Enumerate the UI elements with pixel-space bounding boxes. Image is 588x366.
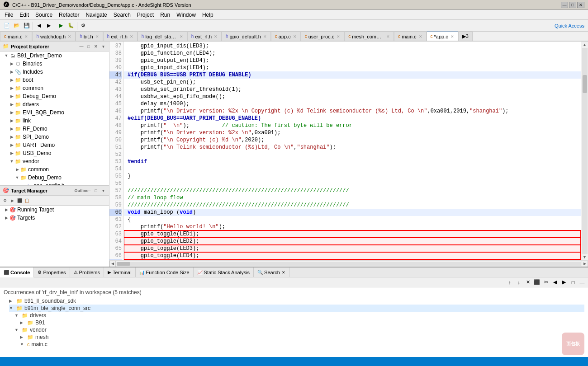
tab-main-c-1[interactable]: c main.c ✕ bbox=[0, 32, 32, 41]
tree-item-boot[interactable]: ▶ 📁 boot bbox=[0, 76, 109, 84]
scroll-down-btn[interactable]: ▼ bbox=[582, 254, 588, 260]
tree-item-spi-demo[interactable]: ▶ 📁 SPI_Demo bbox=[0, 133, 109, 141]
tab-close-5[interactable]: ✕ bbox=[180, 34, 183, 39]
menu-edit[interactable]: Edit bbox=[17, 11, 32, 19]
tab-app-c-1[interactable]: c app.c ✕ bbox=[271, 32, 301, 41]
tab-more[interactable]: ▶3 bbox=[458, 32, 473, 41]
tab-main-c-2[interactable]: c main.c ✕ bbox=[394, 32, 426, 41]
forward-button[interactable]: ▶ bbox=[44, 21, 54, 31]
search-result-b91-ll[interactable]: ▶ 📁 b91_ll_soundbar_sdk bbox=[9, 297, 584, 305]
tab-close-2[interactable]: ✕ bbox=[68, 34, 71, 39]
tab-app-c-active[interactable]: c *app.c ✕ bbox=[427, 32, 458, 41]
btab-properties[interactable]: ⚙ Properties bbox=[34, 267, 70, 277]
search-result-drivers[interactable]: ▼ 📁 drivers bbox=[14, 312, 584, 319]
scroll-track[interactable] bbox=[582, 48, 588, 254]
scroll-right-btn[interactable]: ▶ bbox=[582, 261, 588, 267]
tab-mesh-common[interactable]: c mesh_common.c ✕ bbox=[344, 32, 394, 41]
tree-item-emi-bqb[interactable]: ▶ 📁 EMI_BQB_Demo bbox=[0, 108, 109, 117]
btab-search[interactable]: 🔍 Search ✕ bbox=[254, 267, 289, 277]
menu-run[interactable]: Run bbox=[157, 11, 173, 19]
back-button[interactable]: ◀ bbox=[34, 21, 44, 31]
minimize-panel-btn[interactable]: — bbox=[78, 43, 85, 50]
btbar-collapse[interactable]: — bbox=[578, 278, 586, 286]
target-tree[interactable]: ▶ 🎯 Running Target ▶ 🎯 Targets bbox=[0, 206, 109, 267]
tab-close-1[interactable]: ✕ bbox=[24, 34, 28, 39]
tree-item-app-config[interactable]: h app_config.h bbox=[0, 182, 109, 185]
minimize-target-btn[interactable]: — bbox=[85, 188, 92, 194]
tab-bit[interactable]: h bit.h ✕ bbox=[76, 32, 103, 41]
tab-close-11[interactable]: ✕ bbox=[419, 34, 422, 39]
quick-access-label[interactable]: Quick Access bbox=[555, 23, 584, 28]
btab-static-stack[interactable]: 📈 Static Stack Analysis bbox=[194, 267, 254, 277]
tree-item-common[interactable]: ▶ 📁 common bbox=[0, 84, 109, 92]
menu-navigate[interactable]: Navigate bbox=[83, 11, 109, 19]
tab-gpio-default[interactable]: h gpio_default.h ✕ bbox=[222, 32, 271, 41]
menu-source[interactable]: Source bbox=[33, 11, 55, 19]
btbar-btn-6[interactable]: ◀ bbox=[551, 278, 559, 286]
close-panel-btn[interactable]: ✕ bbox=[93, 43, 99, 50]
vertical-scrollbar[interactable]: ▲ ▼ bbox=[581, 42, 588, 260]
btbar-expand[interactable]: □ bbox=[569, 278, 577, 286]
btab-function-code[interactable]: 📊 Function Code Size bbox=[136, 267, 194, 277]
save-button[interactable]: 💾 bbox=[22, 21, 32, 31]
menu-search[interactable]: Search bbox=[111, 11, 133, 19]
btbar-btn-7[interactable]: ▶ bbox=[560, 278, 568, 286]
btbar-btn-3[interactable]: ✕ bbox=[524, 278, 532, 286]
menu-project[interactable]: Project bbox=[134, 11, 156, 19]
tab-close-8[interactable]: ✕ bbox=[293, 34, 297, 39]
tree-item-running-target[interactable]: ▶ 🎯 Running Target bbox=[0, 206, 109, 214]
menu-refactor[interactable]: Refactor bbox=[56, 11, 82, 19]
debug-button[interactable]: 🐛 bbox=[66, 21, 76, 31]
tree-item-vendor-debug-demo[interactable]: ▼ 📁 Debug_Demo bbox=[0, 174, 109, 182]
minimize-button[interactable]: — bbox=[561, 2, 568, 8]
tab-close-9[interactable]: ✕ bbox=[337, 34, 340, 39]
tree-item-usb-demo[interactable]: ▶ 📁 USB_Demo bbox=[0, 149, 109, 157]
tab-log-def[interactable]: h log_def_stack.h ✕ bbox=[138, 32, 187, 41]
tab-watchdog[interactable]: h watchdog.h ✕ bbox=[32, 32, 76, 41]
search-tab-close[interactable]: ✕ bbox=[282, 270, 285, 275]
close-button[interactable]: ✕ bbox=[577, 2, 584, 8]
btbar-btn-1[interactable]: ↑ bbox=[506, 278, 514, 286]
tab-ext-rf-1[interactable]: h ext_rf.h ✕ bbox=[103, 32, 138, 41]
menu-window[interactable]: Window bbox=[174, 11, 199, 19]
tab-ext-rf-2[interactable]: h ext_rf.h ✕ bbox=[187, 32, 222, 41]
toolbar-btn-extra[interactable]: ⚙ bbox=[78, 21, 88, 31]
target-toolbar-btn-2[interactable]: ▶ bbox=[9, 197, 15, 204]
tree-item-uart-demo[interactable]: ▶ 📁 UART_Demo bbox=[0, 141, 109, 149]
search-result-b91m[interactable]: ▼ 📁 b91m_ble_single_conn_src bbox=[9, 305, 584, 312]
tab-close-7[interactable]: ✕ bbox=[263, 34, 267, 39]
maximize-panel-btn[interactable]: □ bbox=[85, 43, 92, 50]
search-result-b91[interactable]: ▶ 📁 B91 bbox=[20, 319, 584, 326]
target-toolbar-btn-1[interactable]: ⚙ bbox=[2, 197, 8, 204]
maximize-target-btn[interactable]: □ bbox=[93, 188, 99, 194]
scroll-thumb[interactable] bbox=[583, 75, 587, 93]
tab-user-proc[interactable]: c user_proc.c ✕ bbox=[301, 32, 344, 41]
tab-close-4[interactable]: ✕ bbox=[130, 34, 133, 39]
btab-terminal[interactable]: ▶ Terminal bbox=[104, 267, 136, 277]
tree-item-rf-demo[interactable]: ▶ 📁 RF_Demo bbox=[0, 125, 109, 133]
tree-item-debug-demo[interactable]: ▶ 📁 Debug_Demo bbox=[0, 92, 109, 100]
outline-tab[interactable]: Outline bbox=[78, 188, 85, 194]
tree-item-b91-driver-demo[interactable]: ▼ 🗂 B91_Driver_Demo bbox=[0, 52, 109, 60]
horiz-scroll-track[interactable] bbox=[117, 262, 581, 266]
menu-file[interactable]: File bbox=[2, 11, 16, 19]
scroll-up-btn[interactable]: ▲ bbox=[582, 42, 588, 48]
tree-item-link[interactable]: ▶ 📁 link bbox=[0, 117, 109, 125]
view-target-menu[interactable]: ▾ bbox=[100, 188, 106, 194]
code-editor[interactable]: gpio_input_dis(LED3); gpio_function_en(L… bbox=[124, 42, 581, 260]
bottom-content[interactable]: Occurrences of 'rf_drv_ble_init' in work… bbox=[0, 287, 588, 357]
btbar-btn-5[interactable]: ✂ bbox=[542, 278, 550, 286]
project-tree[interactable]: ▼ 🗂 B91_Driver_Demo ▶ ⬡ Binaries ▶ 📎 Inc… bbox=[0, 52, 109, 185]
search-result-mainc[interactable]: ▼ c main.c bbox=[20, 341, 584, 348]
tree-item-vendor-common[interactable]: ▶ 📁 common bbox=[0, 165, 109, 174]
target-toolbar-btn-4[interactable]: 📋 bbox=[24, 197, 30, 204]
menu-help[interactable]: Help bbox=[199, 11, 216, 19]
btab-problems[interactable]: ⚠ Problems bbox=[70, 267, 104, 277]
tab-close-3[interactable]: ✕ bbox=[95, 34, 99, 39]
btab-console[interactable]: ⬛ Console bbox=[0, 267, 34, 277]
tab-close-12[interactable]: ✕ bbox=[450, 34, 454, 39]
build-button[interactable]: ▶ bbox=[56, 21, 66, 31]
search-result-vendor[interactable]: ▼ 📁 vendor bbox=[14, 326, 584, 333]
horizontal-scrollbar[interactable]: ◀ ▶ bbox=[109, 260, 588, 267]
horiz-scroll-thumb[interactable] bbox=[117, 262, 130, 266]
